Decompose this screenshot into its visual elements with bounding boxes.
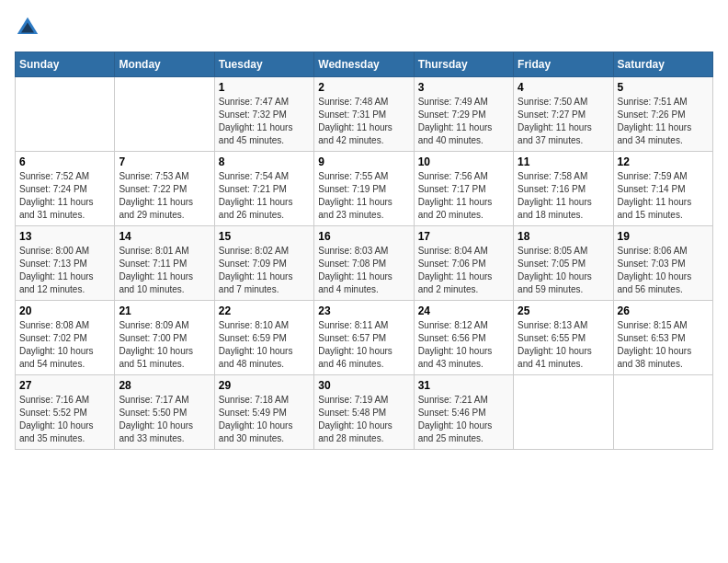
day-info: Sunrise: 8:03 AM Sunset: 7:08 PM Dayligh… xyxy=(318,245,409,296)
day-number: 18 xyxy=(518,230,609,243)
day-info: Sunrise: 7:50 AM Sunset: 7:27 PM Dayligh… xyxy=(518,96,609,147)
calendar-day-cell xyxy=(16,77,115,152)
calendar-week-row: 6Sunrise: 7:52 AM Sunset: 7:24 PM Daylig… xyxy=(16,152,713,226)
day-info: Sunrise: 8:08 AM Sunset: 7:02 PM Dayligh… xyxy=(19,319,110,371)
day-number: 9 xyxy=(318,155,409,168)
calendar-day-cell: 26Sunrise: 8:15 AM Sunset: 6:53 PM Dayli… xyxy=(613,301,712,375)
calendar-day-cell: 21Sunrise: 8:09 AM Sunset: 7:00 PM Dayli… xyxy=(115,301,214,375)
logo-icon xyxy=(15,15,40,40)
day-info: Sunrise: 8:13 AM Sunset: 6:55 PM Dayligh… xyxy=(518,319,609,371)
day-number: 1 xyxy=(219,81,310,94)
day-number: 10 xyxy=(418,155,509,168)
calendar-day-cell: 15Sunrise: 8:02 AM Sunset: 7:09 PM Dayli… xyxy=(214,226,313,301)
day-info: Sunrise: 8:00 AM Sunset: 7:13 PM Dayligh… xyxy=(19,245,110,296)
calendar-day-cell: 8Sunrise: 7:54 AM Sunset: 7:21 PM Daylig… xyxy=(214,152,313,226)
day-info: Sunrise: 7:54 AM Sunset: 7:21 PM Dayligh… xyxy=(219,170,310,222)
calendar-day-cell xyxy=(514,375,613,450)
day-number: 14 xyxy=(119,230,210,243)
day-number: 20 xyxy=(19,304,110,317)
calendar-day-cell: 12Sunrise: 7:59 AM Sunset: 7:14 PM Dayli… xyxy=(613,152,712,226)
day-number: 28 xyxy=(119,379,210,392)
day-info: Sunrise: 8:10 AM Sunset: 6:59 PM Dayligh… xyxy=(219,319,310,371)
day-of-week-header: Friday xyxy=(514,52,613,77)
day-of-week-header: Sunday xyxy=(16,52,115,77)
day-info: Sunrise: 7:55 AM Sunset: 7:19 PM Dayligh… xyxy=(318,170,409,222)
page-header xyxy=(15,15,713,40)
day-info: Sunrise: 7:59 AM Sunset: 7:14 PM Dayligh… xyxy=(618,170,709,222)
calendar-week-row: 1Sunrise: 7:47 AM Sunset: 7:32 PM Daylig… xyxy=(16,77,713,152)
day-number: 26 xyxy=(618,304,709,317)
day-number: 11 xyxy=(518,155,609,168)
calendar-day-cell: 13Sunrise: 8:00 AM Sunset: 7:13 PM Dayli… xyxy=(16,226,115,301)
day-number: 27 xyxy=(19,379,110,392)
day-number: 25 xyxy=(518,304,609,317)
day-info: Sunrise: 8:11 AM Sunset: 6:57 PM Dayligh… xyxy=(318,319,409,371)
day-number: 13 xyxy=(19,230,110,243)
calendar-week-row: 20Sunrise: 8:08 AM Sunset: 7:02 PM Dayli… xyxy=(16,301,713,375)
day-info: Sunrise: 8:06 AM Sunset: 7:03 PM Dayligh… xyxy=(618,245,709,296)
calendar-day-cell: 1Sunrise: 7:47 AM Sunset: 7:32 PM Daylig… xyxy=(214,77,313,152)
calendar-day-cell xyxy=(613,375,712,450)
calendar-day-cell: 7Sunrise: 7:53 AM Sunset: 7:22 PM Daylig… xyxy=(115,152,214,226)
calendar-day-cell: 24Sunrise: 8:12 AM Sunset: 6:56 PM Dayli… xyxy=(414,301,513,375)
calendar-day-cell: 31Sunrise: 7:21 AM Sunset: 5:46 PM Dayli… xyxy=(414,375,513,450)
day-number: 30 xyxy=(318,379,409,392)
day-number: 22 xyxy=(219,304,310,317)
day-of-week-header: Monday xyxy=(115,52,214,77)
calendar-day-cell: 16Sunrise: 8:03 AM Sunset: 7:08 PM Dayli… xyxy=(314,226,414,301)
day-number: 31 xyxy=(418,379,509,392)
day-info: Sunrise: 8:04 AM Sunset: 7:06 PM Dayligh… xyxy=(418,245,509,296)
days-of-week-row: SundayMondayTuesdayWednesdayThursdayFrid… xyxy=(16,52,713,77)
day-number: 5 xyxy=(618,81,709,94)
day-info: Sunrise: 8:02 AM Sunset: 7:09 PM Dayligh… xyxy=(219,245,310,296)
calendar-day-cell xyxy=(115,77,214,152)
calendar-day-cell: 27Sunrise: 7:16 AM Sunset: 5:52 PM Dayli… xyxy=(16,375,115,450)
calendar-day-cell: 29Sunrise: 7:18 AM Sunset: 5:49 PM Dayli… xyxy=(214,375,313,450)
day-info: Sunrise: 7:51 AM Sunset: 7:26 PM Dayligh… xyxy=(618,96,709,147)
calendar-body: 1Sunrise: 7:47 AM Sunset: 7:32 PM Daylig… xyxy=(16,77,713,450)
day-info: Sunrise: 7:53 AM Sunset: 7:22 PM Dayligh… xyxy=(119,170,210,222)
day-info: Sunrise: 7:58 AM Sunset: 7:16 PM Dayligh… xyxy=(518,170,609,222)
day-info: Sunrise: 7:19 AM Sunset: 5:48 PM Dayligh… xyxy=(318,394,409,445)
day-info: Sunrise: 7:52 AM Sunset: 7:24 PM Dayligh… xyxy=(19,170,110,222)
day-info: Sunrise: 8:01 AM Sunset: 7:11 PM Dayligh… xyxy=(119,245,210,296)
day-of-week-header: Wednesday xyxy=(314,52,414,77)
day-info: Sunrise: 7:17 AM Sunset: 5:50 PM Dayligh… xyxy=(119,394,210,445)
day-of-week-header: Tuesday xyxy=(214,52,313,77)
calendar-day-cell: 28Sunrise: 7:17 AM Sunset: 5:50 PM Dayli… xyxy=(115,375,214,450)
day-number: 3 xyxy=(418,81,509,94)
day-number: 21 xyxy=(119,304,210,317)
day-number: 12 xyxy=(618,155,709,168)
calendar-day-cell: 25Sunrise: 8:13 AM Sunset: 6:55 PM Dayli… xyxy=(514,301,613,375)
day-number: 29 xyxy=(219,379,310,392)
calendar-day-cell: 14Sunrise: 8:01 AM Sunset: 7:11 PM Dayli… xyxy=(115,226,214,301)
calendar-day-cell: 19Sunrise: 8:06 AM Sunset: 7:03 PM Dayli… xyxy=(613,226,712,301)
calendar-week-row: 13Sunrise: 8:00 AM Sunset: 7:13 PM Dayli… xyxy=(16,226,713,301)
calendar-day-cell: 4Sunrise: 7:50 AM Sunset: 7:27 PM Daylig… xyxy=(514,77,613,152)
day-info: Sunrise: 7:18 AM Sunset: 5:49 PM Dayligh… xyxy=(219,394,310,445)
day-of-week-header: Saturday xyxy=(613,52,712,77)
calendar-week-row: 27Sunrise: 7:16 AM Sunset: 5:52 PM Dayli… xyxy=(16,375,713,450)
day-info: Sunrise: 8:05 AM Sunset: 7:05 PM Dayligh… xyxy=(518,245,609,296)
calendar-day-cell: 20Sunrise: 8:08 AM Sunset: 7:02 PM Dayli… xyxy=(16,301,115,375)
day-number: 17 xyxy=(418,230,509,243)
calendar-day-cell: 30Sunrise: 7:19 AM Sunset: 5:48 PM Dayli… xyxy=(314,375,414,450)
day-info: Sunrise: 7:21 AM Sunset: 5:46 PM Dayligh… xyxy=(418,394,509,445)
calendar-table: SundayMondayTuesdayWednesdayThursdayFrid… xyxy=(15,52,713,450)
day-number: 7 xyxy=(119,155,210,168)
day-info: Sunrise: 8:09 AM Sunset: 7:00 PM Dayligh… xyxy=(119,319,210,371)
day-of-week-header: Thursday xyxy=(414,52,513,77)
day-number: 23 xyxy=(318,304,409,317)
day-number: 16 xyxy=(318,230,409,243)
logo xyxy=(15,15,44,40)
day-info: Sunrise: 8:12 AM Sunset: 6:56 PM Dayligh… xyxy=(418,319,509,371)
day-number: 4 xyxy=(518,81,609,94)
calendar-day-cell: 9Sunrise: 7:55 AM Sunset: 7:19 PM Daylig… xyxy=(314,152,414,226)
day-info: Sunrise: 8:15 AM Sunset: 6:53 PM Dayligh… xyxy=(618,319,709,371)
calendar-day-cell: 11Sunrise: 7:58 AM Sunset: 7:16 PM Dayli… xyxy=(514,152,613,226)
calendar-day-cell: 10Sunrise: 7:56 AM Sunset: 7:17 PM Dayli… xyxy=(414,152,513,226)
calendar-day-cell: 17Sunrise: 8:04 AM Sunset: 7:06 PM Dayli… xyxy=(414,226,513,301)
calendar-day-cell: 2Sunrise: 7:48 AM Sunset: 7:31 PM Daylig… xyxy=(314,77,414,152)
day-number: 8 xyxy=(219,155,310,168)
day-number: 2 xyxy=(318,81,409,94)
